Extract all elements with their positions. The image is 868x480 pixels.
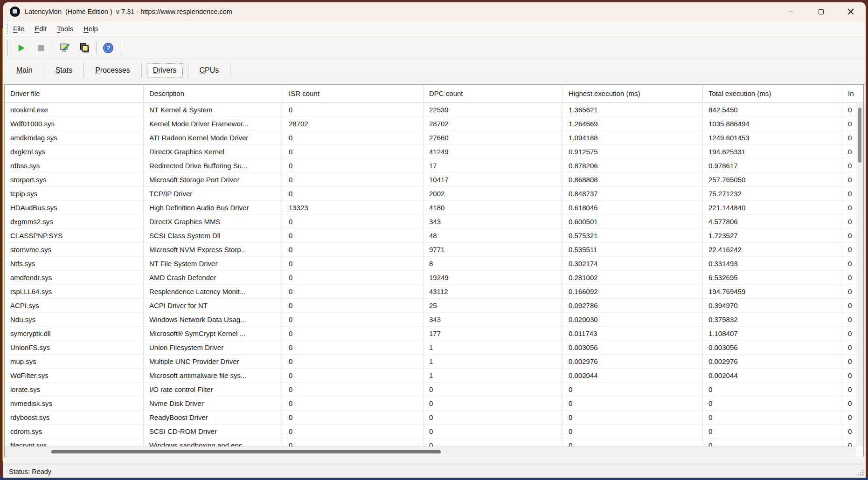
table-cell: Microsoft antimalware file sys...	[144, 369, 283, 382]
table-row[interactable]: amdfendr.sysAMD Crash Defender0192490.28…	[5, 271, 864, 285]
column-header-1[interactable]: Description	[144, 85, 283, 102]
table-row[interactable]: tcpip.sysTCP/IP Driver020020.84873775.27…	[5, 187, 864, 201]
table-cell: 343	[424, 215, 563, 228]
title-bar: LatencyMon (Home Edition ) v 7.31 - http…	[3, 2, 866, 21]
table-cell: 1	[424, 355, 563, 368]
column-header-3[interactable]: DPC count	[424, 85, 563, 102]
table-cell: 0	[283, 215, 424, 228]
tab-processes[interactable]: Processes	[89, 63, 136, 77]
table-cell: 0.868808	[563, 173, 703, 186]
table-cell: symcryptk.dll	[5, 327, 144, 340]
table-cell: 0	[283, 425, 424, 438]
table-cell: 0	[283, 257, 424, 270]
menu-item-help[interactable]: Help	[78, 25, 103, 33]
tab-cpus[interactable]: CPUs	[194, 63, 225, 77]
table-row[interactable]: ntoskrnl.exeNT Kernel & System0225391.36…	[5, 103, 864, 117]
table-cell: 0.978617	[703, 159, 842, 172]
table-cell: 0.002044	[563, 369, 703, 382]
table-cell: 0.331493	[703, 257, 842, 270]
table-cell: UnionFS.sys	[5, 341, 144, 354]
maximize-icon	[819, 9, 824, 14]
horizontal-scrollbar[interactable]	[5, 446, 856, 457]
table-row[interactable]: rspLLL64.sysResplendence Latency Monit..…	[5, 285, 864, 299]
menu-item-file[interactable]: File	[8, 25, 29, 33]
stop-monitor-button[interactable]	[31, 39, 51, 57]
table-cell: NT File System Driver	[144, 257, 283, 270]
table-row[interactable]: HDAudBus.sysHigh Definition Audio Bus Dr…	[5, 201, 864, 215]
table-cell: 1	[424, 341, 563, 354]
table-row[interactable]: Ndu.sysWindows Network Data Usag...03430…	[5, 313, 864, 327]
table-cell: 25	[424, 299, 563, 312]
table-cell: 842.5450	[703, 103, 842, 117]
table-cell: 0	[424, 411, 563, 424]
table-cell: 0	[283, 271, 424, 284]
table-cell: amdkmdag.sys	[5, 131, 144, 144]
table-row[interactable]: nvmedisk.sysNvme Disk Driver00000	[5, 397, 864, 411]
maximize-button[interactable]	[806, 2, 836, 21]
analyze-button[interactable]	[55, 39, 75, 57]
table-cell: 0.575321	[563, 229, 703, 242]
table-row[interactable]: UnionFS.sysUnion Filesystem Driver010.00…	[5, 341, 864, 355]
tab-drivers[interactable]: Drivers	[147, 63, 183, 77]
drivers-table: Driver fileDescriptionISR countDPC count…	[4, 84, 864, 457]
table-cell: 19249	[424, 271, 563, 284]
toolbar: ?	[3, 37, 866, 59]
table-row[interactable]: mup.sysMultiple UNC Provider Driver010.0…	[5, 355, 864, 369]
table-cell: nvmedisk.sys	[5, 397, 144, 410]
column-header-6[interactable]: In	[842, 85, 864, 102]
table-row[interactable]: rdyboost.sysReadyBoost Driver00000	[5, 411, 864, 425]
menu-item-tools[interactable]: Tools	[52, 25, 78, 33]
table-cell: 8	[424, 257, 563, 270]
table-cell: 0	[283, 187, 424, 200]
table-row[interactable]: WdFilter.sysMicrosoft antimalware file s…	[5, 369, 864, 383]
table-body: ntoskrnl.exeNT Kernel & System0225391.36…	[5, 103, 864, 453]
column-header-5[interactable]: Total execution (ms)	[703, 85, 842, 102]
latencymon-window: LatencyMon (Home Edition ) v 7.31 - http…	[3, 2, 866, 478]
column-header-2[interactable]: ISR count	[283, 85, 424, 102]
help-button[interactable]: ?	[98, 39, 118, 57]
screen-pencil-icon	[59, 42, 70, 54]
windows-button[interactable]	[75, 39, 94, 57]
tab-main[interactable]: Main	[10, 63, 39, 77]
play-icon	[17, 43, 26, 53]
table-cell: Microsoft® SymCrypt Kernel ...	[144, 327, 283, 340]
table-row[interactable]: CLASSPNP.SYSSCSI Class System Dll0480.57…	[5, 229, 864, 243]
table-row[interactable]: amdkmdag.sysATI Radeon Kernel Mode Drive…	[5, 131, 864, 145]
table-row[interactable]: Wdf01000.sysKernel Mode Driver Framewor.…	[5, 117, 864, 131]
table-row[interactable]: dxgmms2.sysDirectX Graphics MMS03430.600…	[5, 215, 864, 229]
table-row[interactable]: Ntfs.sysNT File System Driver080.3021740…	[5, 257, 864, 271]
table-cell: 0	[703, 383, 842, 396]
table-cell: 0	[283, 285, 424, 298]
table-cell: 0	[424, 425, 563, 438]
table-cell: 1249.601453	[703, 131, 842, 144]
table-cell: 0.092786	[563, 299, 703, 312]
table-row[interactable]: dxgkrnl.sysDirectX Graphics Kernel041249…	[5, 145, 864, 159]
menu-item-edit[interactable]: Edit	[29, 25, 52, 33]
vertical-scrollbar[interactable]	[856, 103, 863, 446]
table-row[interactable]: stornvme.sysMicrosoft NVM Express Storp.…	[5, 243, 864, 257]
table-cell: 0.003056	[703, 341, 842, 354]
table-row[interactable]: rdbss.sysRedirected Drive Buffering Su..…	[5, 159, 864, 173]
resize-grip[interactable]	[857, 469, 864, 476]
table-row[interactable]: iorate.sysI/O rate control Filter00000	[5, 383, 864, 397]
table-cell: 0	[283, 145, 424, 158]
start-monitor-button[interactable]	[12, 39, 31, 57]
table-row[interactable]: ACPI.sysACPI Driver for NT0250.0927860.3…	[5, 299, 864, 313]
table-row[interactable]: storport.sysMicrosoft Storage Port Drive…	[5, 173, 864, 187]
table-cell: rspLLL64.sys	[5, 285, 144, 298]
vertical-scrollbar-thumb[interactable]	[858, 108, 861, 163]
table-cell: 0.281002	[563, 271, 703, 284]
table-cell: ATI Radeon Kernel Mode Driver	[144, 131, 283, 144]
tab-stats[interactable]: Stats	[49, 63, 78, 77]
horizontal-scrollbar-thumb[interactable]	[51, 450, 441, 453]
table-row[interactable]: symcryptk.dllMicrosoft® SymCrypt Kernel …	[5, 327, 864, 341]
table-row[interactable]: cdrom.sysSCSI CD-ROM Driver00000	[5, 425, 864, 439]
minimize-button[interactable]	[776, 2, 806, 21]
column-header-4[interactable]: Highest execution (ms)	[563, 85, 703, 102]
app-icon	[10, 7, 20, 17]
column-header-0[interactable]: Driver file	[5, 85, 144, 102]
table-cell: 0	[283, 327, 424, 340]
close-button[interactable]	[836, 2, 866, 21]
table-cell: 0	[563, 425, 703, 438]
table-cell: 17	[424, 159, 563, 172]
